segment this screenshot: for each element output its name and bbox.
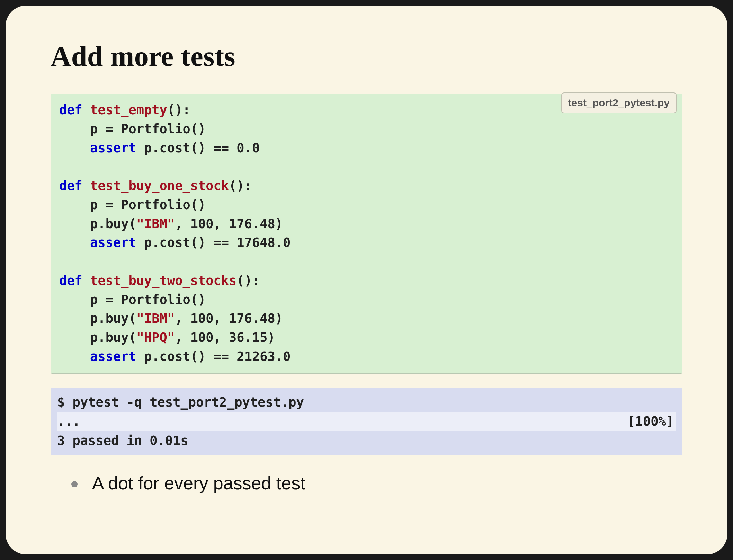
bullet-item: A dot for every passed test bbox=[71, 473, 682, 494]
code-text: p.cost() == 17648.0 bbox=[136, 235, 291, 250]
code-text: p.buy( bbox=[59, 311, 136, 326]
code-text: (): bbox=[236, 273, 260, 288]
function-name: test_empty bbox=[82, 103, 167, 117]
terminal-percent: [100%] bbox=[627, 412, 674, 431]
keyword-assert: assert bbox=[59, 349, 136, 364]
code-text: p = Portfolio() bbox=[59, 292, 206, 307]
code-text: p.buy( bbox=[59, 216, 136, 231]
keyword-assert: assert bbox=[59, 235, 136, 250]
code-text: p.cost() == 0.0 bbox=[136, 141, 260, 155]
code-text: , 100, 176.48) bbox=[175, 216, 283, 231]
code-text: , 100, 176.48) bbox=[175, 311, 283, 326]
code-block: test_port2_pytest.pydef test_empty(): p … bbox=[51, 94, 682, 374]
code-text: p = Portfolio() bbox=[59, 122, 206, 136]
terminal-progress: ... [100%] bbox=[57, 412, 676, 431]
bullet-list: A dot for every passed test bbox=[51, 473, 682, 494]
filename-tab: test_port2_pytest.py bbox=[561, 92, 677, 113]
code-text: (): bbox=[167, 103, 190, 117]
function-name: test_buy_one_stock bbox=[82, 178, 229, 193]
keyword-def: def bbox=[59, 103, 82, 117]
code-text: p.cost() == 21263.0 bbox=[136, 349, 291, 364]
string-literal: "HPQ" bbox=[136, 330, 175, 345]
slide-title: Add more tests bbox=[51, 40, 682, 73]
function-name: test_buy_two_stocks bbox=[82, 273, 237, 288]
keyword-assert: assert bbox=[59, 141, 136, 155]
keyword-def: def bbox=[59, 273, 82, 288]
string-literal: "IBM" bbox=[136, 216, 175, 231]
code-text: (): bbox=[229, 178, 252, 193]
terminal-dots: ... bbox=[57, 412, 80, 431]
terminal-block: $ pytest -q test_port2_pytest.py ... [10… bbox=[51, 388, 682, 456]
slide: Add more tests test_port2_pytest.pydef t… bbox=[6, 6, 727, 554]
terminal-command: $ pytest -q test_port2_pytest.py bbox=[57, 393, 676, 412]
terminal-result: 3 passed in 0.01s bbox=[57, 431, 676, 451]
code-text: p = Portfolio() bbox=[59, 197, 206, 212]
string-literal: "IBM" bbox=[136, 311, 175, 326]
keyword-def: def bbox=[59, 178, 82, 193]
code-text: p.buy( bbox=[59, 330, 136, 345]
code-text: , 100, 36.15) bbox=[175, 330, 275, 345]
